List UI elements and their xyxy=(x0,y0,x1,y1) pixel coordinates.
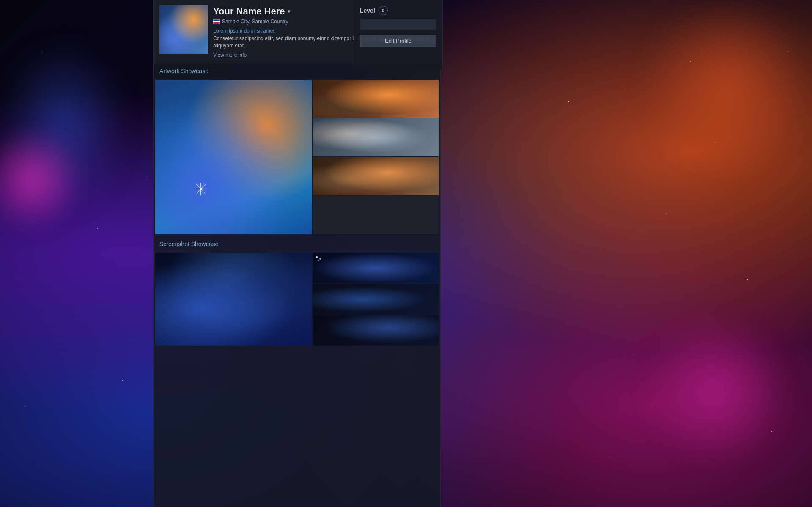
screenshot-thumb-1[interactable] xyxy=(313,253,439,283)
artwork-thumbnails xyxy=(313,80,439,234)
artwork-thumb-1[interactable] xyxy=(313,80,439,118)
artwork-thumb-3[interactable] xyxy=(313,157,439,195)
level-label: Level xyxy=(360,7,375,14)
screenshot-thumb-art-1 xyxy=(313,253,439,283)
artwork-main-image[interactable] xyxy=(155,80,312,234)
glow-red-right xyxy=(643,0,812,169)
profile-name: Your Name Here xyxy=(213,6,285,17)
artwork-thumb-art-1 xyxy=(313,80,439,118)
screenshot-thumb-3[interactable] xyxy=(313,315,439,346)
screenshot-section: Screenshot Showcase xyxy=(154,236,440,348)
screenshot-dots xyxy=(316,256,318,258)
level-bar-background xyxy=(360,19,436,30)
artwork-thumb-2[interactable] xyxy=(313,118,439,156)
screenshot-thumb-art-2 xyxy=(313,284,439,315)
flag-icon xyxy=(213,19,220,24)
artwork-grid xyxy=(154,78,440,236)
artwork-thumb-art-2 xyxy=(313,118,439,156)
starburst-icon xyxy=(195,183,207,195)
screenshot-main-art xyxy=(155,253,312,346)
artwork-thumb-art-3 xyxy=(313,157,439,195)
level-header: Level 0 xyxy=(360,6,436,15)
artwork-section: Artwork Showcase xyxy=(154,63,440,236)
screenshot-main-image[interactable] xyxy=(155,253,312,346)
screenshot-thumb-2[interactable] xyxy=(313,284,439,315)
level-badge: 0 xyxy=(379,6,388,15)
artwork-thumb-4-empty xyxy=(313,196,439,234)
svg-point-4 xyxy=(200,188,202,190)
artwork-main-art xyxy=(155,80,312,234)
right-panel: Level 0 Edit Profile xyxy=(354,0,443,70)
edit-profile-button[interactable]: Edit Profile xyxy=(360,35,436,47)
screenshot-section-header: Screenshot Showcase xyxy=(154,236,440,251)
location-text: Sample City, Sample Country xyxy=(222,19,288,25)
name-dropdown-icon[interactable]: ▾ xyxy=(288,8,290,14)
avatar-art xyxy=(159,5,208,54)
screenshot-grid xyxy=(154,251,440,348)
main-panel: Your Name Here ▾ Sample City, Sample Cou… xyxy=(153,0,441,507)
glow-pink-right xyxy=(643,317,791,465)
avatar xyxy=(159,5,208,54)
screenshot-thumbnails xyxy=(313,253,439,346)
screenshot-thumb-art-3 xyxy=(313,315,439,346)
